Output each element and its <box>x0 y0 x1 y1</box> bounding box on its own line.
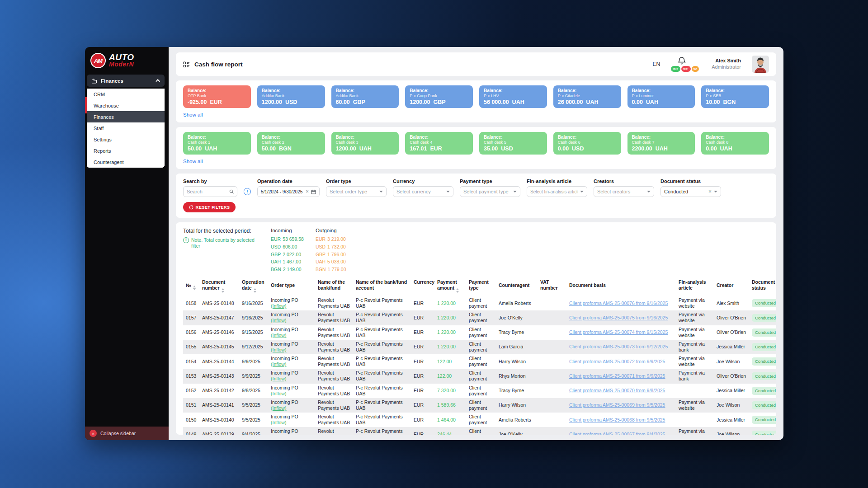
cell-operation-date: 9/8/2025 <box>239 384 268 398</box>
document-status-select[interactable]: Conducted × <box>660 186 721 197</box>
cashdesk-balance-card: Balance: Cash desk 1 50.00UAH <box>183 132 251 155</box>
inflow-link[interactable]: (Inflow) <box>271 347 286 352</box>
inflow-link[interactable]: (Inflow) <box>271 333 286 338</box>
search-info-icon[interactable]: ! <box>244 188 251 195</box>
avatar[interactable] <box>752 56 769 73</box>
document-basis-link[interactable]: Client proforma AMS-25-00068 from 9/5/20… <box>569 417 665 422</box>
cell-operation-date: 9/12/2025 <box>239 340 268 354</box>
cell-payment-type: Client payment <box>466 354 496 369</box>
column-header[interactable]: Counteragent <box>496 277 538 296</box>
document-basis-link[interactable]: Client proforma AMS-25-00069 from 9/5/20… <box>569 402 665 408</box>
sidebar-menu-item[interactable]: Finances <box>87 111 165 122</box>
cell-number: 0156 <box>183 325 199 340</box>
cell-order-type: Incoming PO (Inflow) <box>268 340 315 354</box>
document-basis-link[interactable]: Client proforma AMS-25-00073 from 9/12/2… <box>569 344 668 349</box>
cell-fin-article: Payment via website <box>676 325 714 340</box>
cell-bank-account: P-c Revolut Payments UAB <box>353 325 411 340</box>
bank-balance-card: Balance: Addiko Bank 60.00GBP <box>331 85 399 108</box>
inflow-link[interactable]: (Inflow) <box>271 420 286 425</box>
column-header[interactable]: Payment type <box>466 277 496 296</box>
banks-show-all-link[interactable]: Show all <box>183 112 203 117</box>
cell-fin-article: Payment via website <box>676 427 714 435</box>
clear-status-icon[interactable]: × <box>708 189 712 194</box>
cell-fin-article <box>676 413 714 427</box>
document-basis-link[interactable]: Client proforma AMS-25-00076 from 9/16/2… <box>569 300 668 306</box>
column-header[interactable]: Currency <box>411 277 434 296</box>
inflow-link[interactable]: (Inflow) <box>271 303 286 309</box>
sidebar-menu-item[interactable]: Staff <box>87 122 165 134</box>
creators-select[interactable]: Select creators <box>594 186 654 197</box>
sidebar-menu-item[interactable]: CRM <box>87 89 165 100</box>
document-basis-link[interactable]: Client proforma AMS-25-00070 from 9/8/20… <box>569 388 665 393</box>
document-basis-link[interactable]: Client proforma AMS-25-00072 from 9/9/20… <box>569 359 665 364</box>
reset-filters-button[interactable]: RESET FILTERS <box>183 202 236 212</box>
bank-balance-card: Balance: Addiko Bank 1200.00USD <box>257 85 325 108</box>
payment-type-select[interactable]: Select payment type <box>460 186 520 197</box>
cell-bank-account: P-c Revolut Payments UAB <box>353 310 411 325</box>
cell-currency: EUR <box>411 325 434 340</box>
cell-creator: Oliver O'Brien <box>714 310 749 325</box>
user-info[interactable]: Alex Smith Administrator <box>712 58 741 70</box>
document-basis-link[interactable]: Client proforma AMS-25-00071 from 9/9/20… <box>569 373 665 379</box>
document-basis-link[interactable]: Client proforma AMS-25-00075 from 9/16/2… <box>569 315 668 320</box>
column-header[interactable]: Operation date <box>239 277 268 296</box>
bank-balance-amount: 60.00GBP <box>336 99 395 105</box>
balance-label: Balance: <box>336 88 395 94</box>
inflow-link[interactable]: (Inflow) <box>271 376 286 381</box>
sidebar: AM AUTO ModerN Finances CRM Warehouse <box>85 47 169 440</box>
cashdesks-show-all-link[interactable]: Show all <box>183 159 203 164</box>
sidebar-menu-item[interactable]: Settings <box>87 134 165 145</box>
clear-date-icon[interactable]: × <box>306 189 309 194</box>
sidebar-menu-item[interactable]: Counteragent <box>87 156 165 168</box>
inflow-link[interactable]: (Inflow) <box>271 434 286 435</box>
column-header[interactable]: Document number <box>199 277 239 296</box>
column-header[interactable]: Name of the bank/fund account <box>353 277 411 296</box>
order-type-placeholder: Select order type <box>330 189 377 194</box>
cell-bank-name: Revolut Payments UAB <box>315 310 353 325</box>
cell-creator: Jessica Miller <box>714 413 749 427</box>
sidebar-menu-item[interactable]: Warehouse <box>87 100 165 111</box>
fin-article-select[interactable]: Select fin-analysis article <box>527 186 587 197</box>
column-header[interactable]: Creator <box>714 277 749 296</box>
date-range-picker[interactable]: 5/1/2024 - 9/30/2025 × <box>257 186 320 197</box>
column-header[interactable]: Order type <box>268 277 315 296</box>
cell-counteragent: Lam Garcia <box>496 340 538 354</box>
sidebar-group-finances[interactable]: Finances <box>87 75 165 87</box>
document-basis-link[interactable]: Client proforma AMS-25-00067 from 9/4/20… <box>569 432 665 435</box>
inflow-link[interactable]: (Inflow) <box>271 361 286 367</box>
status-badge: Conducted <box>752 299 776 307</box>
collapse-sidebar-button[interactable]: « Collapse sidebar <box>85 427 169 440</box>
cell-order-type: Incoming PO (Inflow) <box>268 398 315 413</box>
notifications-bell[interactable]: 99+ 99+ 92 <box>671 56 701 72</box>
inflow-link[interactable]: (Inflow) <box>271 318 286 323</box>
table-row: 0158 AMS-25-00148 9/16/2025 Incoming PO … <box>183 296 776 310</box>
column-header[interactable]: Fin-analysis article <box>676 277 714 296</box>
sidebar-menu-item[interactable]: Reports <box>87 145 165 156</box>
column-header[interactable]: Document basis <box>566 277 676 296</box>
cell-counteragent: Tracy Byrne <box>496 384 538 398</box>
sidebar-menu-item-label: CRM <box>94 92 105 97</box>
bank-name: OTP Bank <box>188 94 246 99</box>
inflow-link[interactable]: (Inflow) <box>271 391 286 396</box>
cell-payment-type: Client payment <box>466 413 496 427</box>
column-header[interactable]: Payment amount <box>434 277 466 296</box>
document-basis-link[interactable]: Client proforma AMS-25-00074 from 9/15/2… <box>569 329 668 335</box>
filter-payment-type-label: Payment type <box>460 178 520 184</box>
search-icon <box>229 189 234 194</box>
language-switcher[interactable]: EN <box>653 61 660 67</box>
column-header[interactable]: № <box>183 277 199 296</box>
bank-balance-amount: 10.00BGN <box>706 99 764 105</box>
cashdesk-balance-amount: 1200.00UAH <box>336 145 395 152</box>
bank-balance-cards: Balance: OTP Bank -925.00EUR Balance: Ad… <box>183 85 769 108</box>
column-header[interactable]: VAT number <box>538 277 566 296</box>
search-input[interactable] <box>187 189 227 194</box>
currency-select[interactable]: Select currency <box>393 186 453 197</box>
cell-payment-amount: 1 220.00 <box>434 296 466 310</box>
inflow-link[interactable]: (Inflow) <box>271 405 286 411</box>
order-type-select[interactable]: Select order type <box>326 186 387 197</box>
cell-bank-name: Revolut Payments UAB <box>315 398 353 413</box>
column-header[interactable]: Name of the bank/fund <box>315 277 353 296</box>
cashdesk-balance-card: Balance: Cash desk 3 1200.00UAH <box>331 132 399 155</box>
cell-operation-date: 9/4/2025 <box>239 427 268 435</box>
column-header[interactable]: Document status <box>749 277 776 296</box>
